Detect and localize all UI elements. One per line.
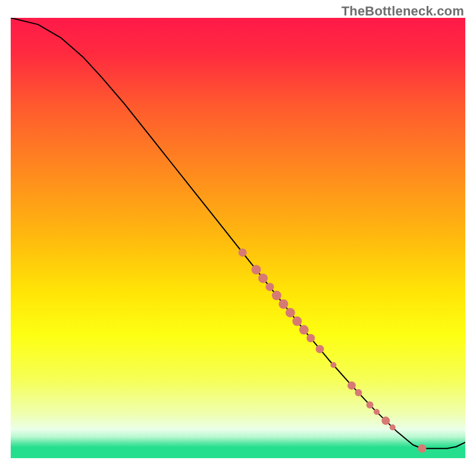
chart-marker	[292, 317, 302, 326]
chart-marker	[278, 299, 288, 309]
chart-marker	[355, 389, 362, 396]
chart-marker	[258, 274, 268, 283]
chart-marker	[390, 424, 396, 430]
chart-marker	[316, 345, 324, 353]
chart-marker	[418, 444, 426, 453]
chart-marker	[381, 416, 390, 425]
chart-marker	[367, 401, 374, 408]
chart-svg	[11, 18, 465, 458]
chart-marker	[239, 248, 247, 256]
watermark-label: TheBottleneck.com	[342, 4, 464, 19]
chart-marker	[272, 291, 281, 300]
chart-container: TheBottleneck.com	[0, 0, 476, 476]
chart-marker	[299, 325, 309, 334]
chart-marker	[374, 409, 380, 415]
chart-background	[11, 18, 465, 458]
chart-marker	[306, 334, 315, 342]
chart-marker	[252, 265, 261, 274]
chart-marker	[347, 381, 356, 390]
chart-marker	[286, 308, 295, 317]
plot-area	[11, 18, 465, 458]
chart-marker	[265, 283, 274, 291]
chart-marker	[330, 362, 336, 368]
